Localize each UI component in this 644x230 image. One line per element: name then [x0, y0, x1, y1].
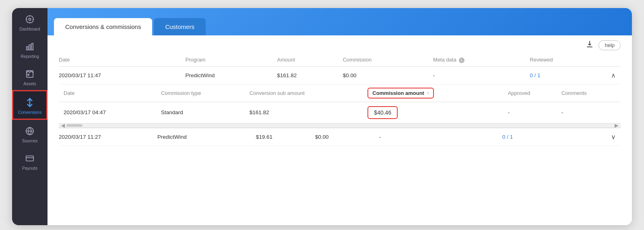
dashboard-icon: [24, 14, 35, 25]
svg-rect-6: [27, 47, 28, 50]
sub-cell-comments: -: [561, 102, 621, 123]
cell-date: 2020/03/17 11:47: [59, 66, 186, 84]
sub-table-body: 2020/03/17 04:47 Standard $161.82 $40.46…: [59, 102, 621, 123]
cell-reviewed: 0 / 1: [530, 66, 605, 84]
collapse-icon[interactable]: ∧: [611, 72, 616, 79]
col-header-reviewed: Reviewed: [530, 53, 605, 66]
cell-expand[interactable]: ∨: [601, 128, 621, 146]
scroll-thumb[interactable]: [66, 124, 83, 127]
sidebar-label-assets: Assets: [23, 81, 36, 86]
sub-cell-approved: -: [508, 102, 561, 123]
conversions-icon: [24, 97, 35, 108]
scroll-bar[interactable]: ◀ ▶: [59, 123, 621, 128]
col-header-meta-data: Meta data i: [433, 53, 530, 66]
main-table-header: Date Program Amount Commission Meta data…: [59, 53, 621, 66]
commission-amount-value: $40.46: [367, 106, 398, 119]
cell-reviewed: 0 / 1: [502, 128, 601, 146]
reporting-icon: [24, 41, 35, 52]
tabs-header: Conversions & commissions Customers: [47, 8, 632, 35]
cell-program: PredictWind: [186, 66, 277, 84]
sub-col-commission-type: Commission type: [161, 84, 250, 102]
cell-amount: $19.61: [256, 128, 315, 146]
sub-table: Date Commission type Conversion sub amou…: [59, 84, 621, 123]
sub-cell-commission-amount: $40.46: [367, 102, 508, 123]
toolbar: help: [47, 35, 632, 53]
sub-cell-date: 2020/03/17 04:47: [59, 102, 161, 123]
svg-rect-7: [29, 45, 31, 50]
sort-icon[interactable]: ↑: [427, 90, 429, 95]
download-button[interactable]: [586, 40, 594, 50]
sidebar-label-payouts: Payouts: [22, 166, 37, 170]
sidebar-label-reporting: Reporting: [21, 54, 39, 59]
sub-cell-conversion-sub-amount: $161.82: [250, 102, 368, 123]
main-content: Conversions & commissions Customers help: [47, 8, 632, 225]
sidebar-item-dashboard[interactable]: Dashboard: [12, 8, 47, 35]
main-table: Date Program Amount Commission Meta data…: [59, 53, 621, 84]
sidebar-item-sources[interactable]: Sources: [12, 120, 47, 147]
cell-expand[interactable]: ∧: [605, 66, 621, 84]
table-row: 2020/03/17 11:47 PredictWind $161.82 $0.…: [59, 66, 621, 84]
col-header-date: Date: [59, 53, 186, 66]
cell-date: 2020/03/17 11:27: [59, 128, 157, 146]
cell-meta: -: [433, 66, 530, 84]
tab-customers[interactable]: Customers: [154, 18, 206, 36]
col-header-expand: [605, 53, 621, 66]
meta-info-icon: i: [459, 58, 464, 63]
sidebar-item-conversions[interactable]: Conversions: [12, 90, 47, 120]
col-header-amount: Amount: [277, 53, 343, 66]
sub-table-header: Date Commission type Conversion sub amou…: [59, 84, 621, 102]
sidebar-item-assets[interactable]: Assets: [12, 63, 47, 90]
scroll-left-arrow[interactable]: ◀: [61, 123, 65, 128]
sidebar-label-sources: Sources: [22, 138, 38, 143]
payouts-icon: [24, 153, 35, 164]
svg-point-10: [28, 74, 29, 76]
sub-col-comments: Comments: [561, 84, 621, 102]
expand-icon[interactable]: ∨: [611, 133, 616, 141]
sidebar-item-reporting[interactable]: Reporting: [12, 35, 47, 63]
svg-rect-8: [32, 43, 33, 50]
sidebar: Dashboard Reporting Assets Conversions S…: [12, 8, 47, 225]
col-header-commission: Commission: [343, 53, 433, 66]
sidebar-label-dashboard: Dashboard: [19, 27, 40, 31]
sub-col-commission-amount: Commission amount ↑: [367, 84, 508, 102]
main-table-row2: 2020/03/17 11:27 PredictWind $19.61 $0.0…: [59, 128, 621, 146]
sidebar-label-conversions: Conversions: [18, 110, 41, 115]
sub-table-wrapper: Date Commission type Conversion sub amou…: [59, 84, 621, 128]
reviewed-link-2[interactable]: 0 / 1: [502, 134, 513, 140]
cell-program: PredictWind: [157, 128, 256, 146]
main-table-section: Date Program Amount Commission Meta data…: [47, 53, 632, 146]
sidebar-item-payouts[interactable]: Payouts: [12, 147, 47, 175]
sub-col-conversion-sub-amount: Conversion sub amount: [250, 84, 368, 102]
sub-cell-commission-type: Standard: [161, 102, 250, 123]
table-row: 2020/03/17 11:27 PredictWind $19.61 $0.0…: [59, 128, 621, 146]
cell-commission: $0.00: [343, 66, 433, 84]
reviewed-link[interactable]: 0 / 1: [530, 72, 540, 78]
svg-rect-14: [26, 156, 33, 161]
scroll-right-arrow[interactable]: ▶: [615, 123, 618, 128]
cell-meta: -: [379, 128, 502, 146]
cell-commission: $0.00: [315, 128, 379, 146]
sources-icon: [24, 125, 35, 137]
svg-point-1: [29, 18, 31, 21]
assets-icon: [24, 68, 35, 80]
main-table-body: 2020/03/17 11:47 PredictWind $161.82 $0.…: [59, 66, 621, 84]
content-area: help Date Program Amount Commission Meta…: [47, 35, 632, 225]
cell-amount: $161.82: [277, 66, 343, 84]
sub-col-date: Date: [59, 84, 161, 102]
sub-col-approved: Approved: [508, 84, 561, 102]
col-header-program: Program: [186, 53, 277, 66]
help-button[interactable]: help: [599, 40, 621, 50]
commission-amount-header: Commission amount ↑: [367, 88, 434, 99]
sub-table-row: 2020/03/17 04:47 Standard $161.82 $40.46…: [59, 102, 621, 123]
tab-conversions-commissions[interactable]: Conversions & commissions: [54, 18, 152, 36]
